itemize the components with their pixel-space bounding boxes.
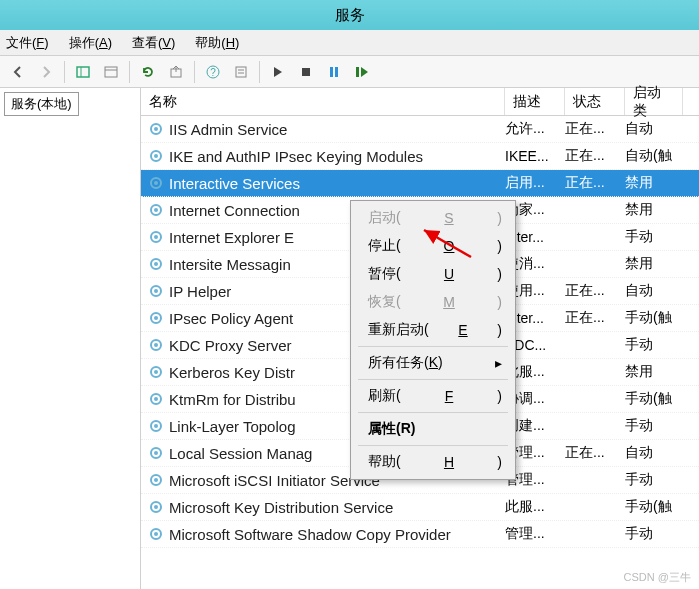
- svg-point-37: [154, 424, 158, 428]
- svg-point-39: [154, 451, 158, 455]
- table-row[interactable]: Microsoft Key Distribution Service此服...手…: [141, 494, 699, 521]
- svg-point-19: [154, 181, 158, 185]
- svg-rect-12: [335, 67, 338, 77]
- cell-startup: 自动(触: [625, 147, 683, 165]
- cell-startup: 手动: [625, 336, 683, 354]
- svg-point-31: [154, 343, 158, 347]
- cell-startup: 禁用: [625, 255, 683, 273]
- ctx-properties[interactable]: 属性(R): [354, 415, 512, 443]
- cell-desc: IKEE...: [505, 148, 565, 164]
- table-row[interactable]: IKE and AuthIP IPsec Keying ModulesIKEE.…: [141, 143, 699, 170]
- ctx-separator: [358, 379, 508, 380]
- cell-startup: 手动(触: [625, 498, 683, 516]
- svg-rect-2: [105, 67, 117, 77]
- svg-point-27: [154, 289, 158, 293]
- cell-name: IIS Admin Service: [169, 121, 505, 138]
- service-icon: [147, 228, 165, 246]
- ctx-help[interactable]: 帮助(H): [354, 448, 512, 476]
- cell-startup: 手动(触: [625, 309, 683, 327]
- svg-point-23: [154, 235, 158, 239]
- cell-startup: 手动(触: [625, 390, 683, 408]
- restart-button[interactable]: [349, 60, 375, 84]
- window-title: 服务: [335, 6, 365, 25]
- service-icon: [147, 498, 165, 516]
- service-icon: [147, 201, 165, 219]
- cell-startup: 手动: [625, 417, 683, 435]
- svg-point-17: [154, 154, 158, 158]
- ctx-separator: [358, 412, 508, 413]
- cell-name: Microsoft Software Shadow Copy Provider: [169, 526, 505, 543]
- service-icon: [147, 147, 165, 165]
- col-name[interactable]: 名称: [141, 88, 505, 115]
- cell-desc: 允许...: [505, 120, 565, 138]
- pause-button[interactable]: [321, 60, 347, 84]
- context-menu: 启动(S) 停止(O) 暂停(U) 恢复(M) 重新启动(E) 所有任务(K)▸…: [350, 200, 516, 480]
- service-icon: [147, 390, 165, 408]
- separator: [129, 61, 130, 83]
- show-hide-button[interactable]: [70, 60, 96, 84]
- detail-button[interactable]: [98, 60, 124, 84]
- col-status[interactable]: 状态: [565, 88, 625, 115]
- svg-rect-0: [77, 67, 89, 77]
- svg-rect-10: [302, 68, 310, 76]
- svg-point-43: [154, 505, 158, 509]
- service-icon: [147, 282, 165, 300]
- back-button[interactable]: [5, 60, 31, 84]
- separator: [194, 61, 195, 83]
- cell-status: 正在...: [565, 282, 625, 300]
- help-button[interactable]: ?: [200, 60, 226, 84]
- ctx-start: 启动(S): [354, 204, 512, 232]
- start-button[interactable]: [265, 60, 291, 84]
- ctx-stop[interactable]: 停止(O): [354, 232, 512, 260]
- refresh-button[interactable]: [135, 60, 161, 84]
- ctx-alltasks[interactable]: 所有任务(K)▸: [354, 349, 512, 377]
- tree-root[interactable]: 服务(本地): [4, 92, 79, 116]
- service-icon: [147, 309, 165, 327]
- cell-status: 正在...: [565, 147, 625, 165]
- ctx-pause[interactable]: 暂停(U): [354, 260, 512, 288]
- ctx-separator: [358, 445, 508, 446]
- cell-desc: 启用...: [505, 174, 565, 192]
- svg-point-45: [154, 532, 158, 536]
- menu-help[interactable]: 帮助(H): [191, 32, 243, 54]
- cell-startup: 手动: [625, 471, 683, 489]
- service-icon: [147, 174, 165, 192]
- table-row[interactable]: Microsoft Software Shadow Copy Provider管…: [141, 521, 699, 548]
- service-icon: [147, 471, 165, 489]
- col-startup[interactable]: 启动类: [625, 88, 683, 115]
- ctx-refresh[interactable]: 刷新(F): [354, 382, 512, 410]
- export-button[interactable]: [163, 60, 189, 84]
- forward-button[interactable]: [33, 60, 59, 84]
- cell-desc: 此服...: [505, 498, 565, 516]
- menu-action[interactable]: 操作(A): [65, 32, 116, 54]
- table-row[interactable]: IIS Admin Service允许...正在...自动: [141, 116, 699, 143]
- cell-status: 正在...: [565, 309, 625, 327]
- svg-point-35: [154, 397, 158, 401]
- col-desc[interactable]: 描述: [505, 88, 565, 115]
- toolbar: ?: [0, 56, 699, 88]
- cell-name: IKE and AuthIP IPsec Keying Modules: [169, 148, 505, 165]
- menu-file[interactable]: 文件(F): [2, 32, 53, 54]
- menu-view[interactable]: 查看(V): [128, 32, 179, 54]
- table-row[interactable]: Interactive Services启用...正在...禁用: [141, 170, 699, 197]
- svg-rect-7: [236, 67, 246, 77]
- service-icon: [147, 444, 165, 462]
- stop-button[interactable]: [293, 60, 319, 84]
- props-button[interactable]: [228, 60, 254, 84]
- service-icon: [147, 363, 165, 381]
- svg-point-41: [154, 478, 158, 482]
- cell-startup: 手动: [625, 525, 683, 543]
- service-icon: [147, 255, 165, 273]
- cell-startup: 手动: [625, 228, 683, 246]
- svg-point-15: [154, 127, 158, 131]
- cell-status: 正在...: [565, 444, 625, 462]
- svg-point-21: [154, 208, 158, 212]
- cell-startup: 自动: [625, 444, 683, 462]
- svg-point-33: [154, 370, 158, 374]
- cell-startup: 禁用: [625, 174, 683, 192]
- separator: [64, 61, 65, 83]
- svg-point-29: [154, 316, 158, 320]
- cell-startup: 自动: [625, 120, 683, 138]
- ctx-restart[interactable]: 重新启动(E): [354, 316, 512, 344]
- window-titlebar: 服务: [0, 0, 699, 30]
